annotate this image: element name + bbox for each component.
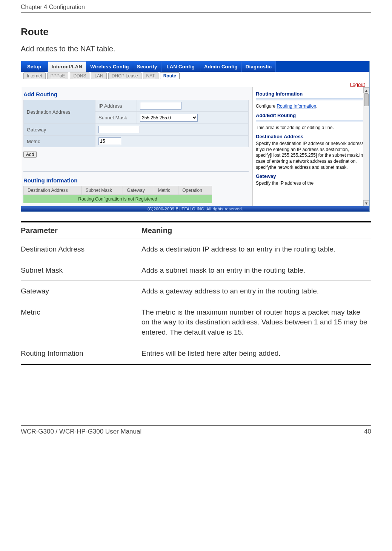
tab-lan-config[interactable]: LAN Config	[161, 61, 200, 72]
intro-text: Add routes to the NAT table.	[21, 45, 371, 53]
ip-label: IP Address	[95, 100, 137, 112]
parameter-table: Parameter Meaning Destination AddressAdd…	[21, 221, 371, 365]
help-addedit-heading: Add/Edit Routing	[256, 113, 366, 118]
col-dest: Destination Address	[24, 186, 82, 195]
help-panel: Routing Information Configure Routing In…	[252, 87, 369, 206]
add-routing-heading: Add Routing	[23, 91, 249, 97]
subtab-pppoe[interactable]: PPPoE	[47, 73, 69, 79]
subtab-nat[interactable]: NAT	[143, 73, 158, 79]
help-gateway-text: Specify the IP address of the	[256, 181, 366, 187]
metric-label: Metric	[24, 136, 95, 147]
help-addedit-text: This area is for adding or editing a lin…	[256, 125, 366, 131]
subnet-select[interactable]: 255.255.255.0	[140, 114, 198, 122]
dest-label: Destination Address	[24, 100, 95, 124]
param-header: Parameter	[21, 222, 141, 239]
metric-input[interactable]	[98, 137, 121, 145]
page-number: 40	[364, 428, 371, 435]
routing-info-heading: Routing Information	[23, 177, 249, 184]
help-scrollbar[interactable]: ▲ ▼	[363, 87, 369, 206]
table-row: MetricThe metric is the maximum number o…	[21, 302, 371, 343]
col-op: Operation	[178, 186, 212, 195]
gateway-label: Gateway	[24, 124, 95, 136]
add-button[interactable]: Add	[23, 151, 37, 158]
left-panel: Add Routing Destination Address IP Addre…	[21, 87, 252, 206]
subtab-ddns[interactable]: DDNS	[70, 73, 89, 79]
router-ui-screenshot: Setup Internet/LAN Wireless Config Secur…	[21, 61, 370, 212]
help-routing-info-text: Configure Routing Information.	[256, 103, 366, 110]
tab-internet-lan[interactable]: Internet/LAN	[48, 61, 87, 72]
routing-info-table: Destination Address Subnet Mask Gateway …	[23, 186, 212, 195]
table-row: Routing InformationEntries will be liste…	[21, 343, 371, 364]
copyright-bar: (C)2000-2009 BUFFALO INC. All rights res…	[21, 206, 369, 211]
table-row: Subnet MaskAdds a subnet mask to an entr…	[21, 260, 371, 281]
subtab-route[interactable]: Route	[160, 73, 180, 79]
subtabs-row: Internet PPPoE DDNS LAN DHCP Lease NAT R…	[21, 72, 369, 81]
subtab-internet[interactable]: Internet	[23, 73, 46, 79]
table-row: GatewayAdds a gateway address to an entr…	[21, 281, 371, 302]
help-gateway-heading: Gateway	[256, 173, 366, 179]
tab-security[interactable]: Security	[133, 61, 161, 72]
col-subnet: Subnet Mask	[81, 186, 123, 195]
table-row: Destination AddressAdds a destination IP…	[21, 239, 371, 260]
subtab-lan[interactable]: LAN	[91, 73, 106, 79]
manual-name: WCR-G300 / WCR-HP-G300 User Manual	[21, 428, 141, 435]
subtab-dhcp[interactable]: DHCP Lease	[108, 73, 141, 79]
chapter-header: Chapter 4 Configuration	[21, 0, 371, 13]
page-title: Route	[21, 26, 371, 38]
tabs-row: Setup Internet/LAN Wireless Config Secur…	[21, 61, 369, 72]
tab-diagnostic[interactable]: Diagnostic	[242, 61, 276, 72]
tab-wireless[interactable]: Wireless Config	[86, 61, 133, 72]
help-routing-info-heading: Routing Information	[256, 91, 366, 97]
scroll-down-icon[interactable]: ▼	[363, 200, 369, 206]
scroll-thumb[interactable]	[364, 93, 369, 106]
add-routing-form: Destination Address IP Address Subnet Ma…	[23, 100, 249, 147]
gateway-input[interactable]	[98, 126, 140, 133]
subnet-label: Subnet Mask	[95, 112, 137, 124]
help-dest-text: Specify the destination IP address or ne…	[256, 141, 366, 170]
routing-empty: Routing Configuration is not Registered	[23, 195, 212, 203]
help-dest-heading: Destination Address	[256, 134, 366, 139]
meaning-header: Meaning	[141, 222, 371, 239]
divider	[23, 171, 249, 172]
col-gateway: Gateway	[123, 186, 154, 195]
scroll-up-icon[interactable]: ▲	[363, 87, 369, 93]
logout-link[interactable]: Logout	[350, 82, 365, 87]
help-routing-link[interactable]: Routing Information	[277, 103, 316, 109]
ip-input[interactable]	[140, 102, 181, 110]
tab-setup[interactable]: Setup	[21, 61, 48, 72]
page-footer: WCR-G300 / WCR-HP-G300 User Manual 40	[21, 425, 371, 435]
col-metric: Metric	[154, 186, 178, 195]
tab-admin-config[interactable]: Admin Config	[200, 61, 242, 72]
